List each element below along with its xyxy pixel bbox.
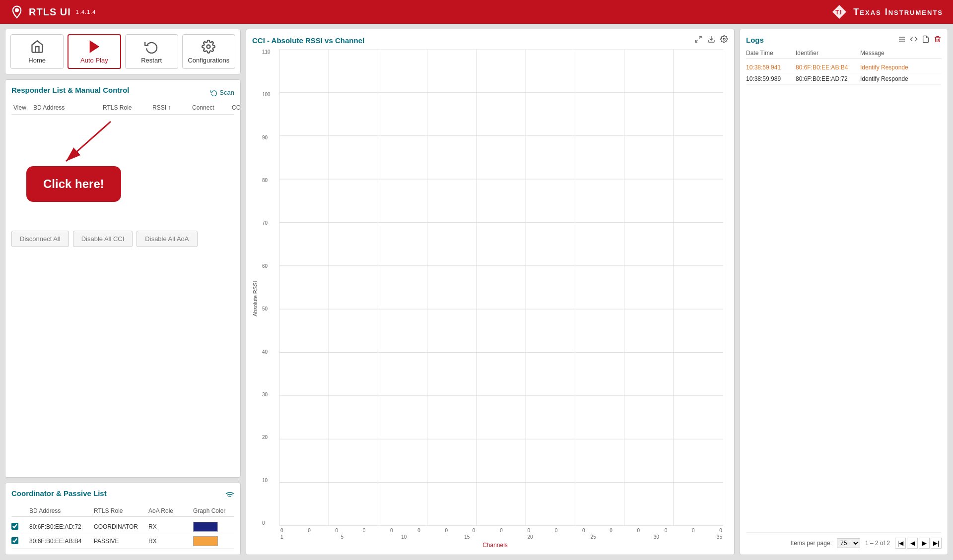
scan-icon	[210, 89, 217, 96]
coord-row-2-aoa: RX	[148, 538, 193, 545]
logs-code-icon	[910, 35, 918, 43]
logs-header: Logs	[746, 35, 942, 45]
logs-menu-icon	[898, 35, 906, 43]
responder-bottom-buttons: Disconnect All Disable All CCI Disable A…	[11, 231, 234, 247]
chart-download-button[interactable]	[707, 35, 715, 45]
first-page-button[interactable]: |◀	[895, 538, 906, 549]
coordinator-row: 80:6F:B0:EE:AD:72 COORDINATOR RX	[11, 520, 234, 534]
col-bd-address: BD Address	[31, 103, 101, 112]
click-here-area: Click here!	[11, 117, 234, 226]
coord-row-2-color	[193, 536, 218, 546]
coord-row-1-color	[193, 522, 218, 532]
coord-row-2-checkbox[interactable]	[11, 537, 18, 544]
svg-point-10	[723, 38, 725, 40]
chart-icons	[694, 35, 728, 45]
prev-page-button[interactable]: ◀	[907, 538, 918, 549]
log-col-identifier: Identifier	[796, 50, 860, 57]
svg-marker-2	[90, 41, 98, 52]
coordinator-panel-header: Coordinator & Passive List	[11, 489, 234, 502]
chart-header: CCI - Absolute RSSI vs Channel	[252, 35, 728, 45]
left-panel: Home Auto Play Restart Co	[5, 29, 241, 555]
home-icon	[30, 40, 44, 54]
chart-gear-icon	[720, 35, 728, 43]
expand-icon	[694, 35, 702, 43]
autoplay-button[interactable]: Auto Play	[68, 34, 121, 69]
autoplay-button-label: Auto Play	[80, 57, 108, 64]
coordinator-wifi-icon	[225, 491, 234, 499]
chart-settings-button[interactable]	[720, 35, 728, 45]
next-page-button[interactable]: ▶	[919, 538, 930, 549]
svg-line-7	[699, 36, 701, 39]
last-page-button[interactable]: ▶|	[931, 538, 942, 549]
page-info: 1 – 2 of 2	[865, 540, 890, 547]
svg-line-8	[695, 40, 698, 42]
configurations-button-label: Configurations	[188, 57, 229, 64]
coord-row-1-aoa: RX	[148, 523, 193, 530]
log-col-datetime: Date Time	[746, 50, 796, 57]
coordinator-settings-button[interactable]	[225, 491, 234, 501]
responder-panel-title: Responder List & Manual Control	[11, 86, 130, 94]
coord-row-1-rtls: COORDINATOR	[94, 523, 148, 530]
restart-button[interactable]: Restart	[125, 34, 178, 69]
coordinator-table-header: BD Address RTLS Role AoA Role Graph Colo…	[11, 507, 234, 517]
log-row-1-datetime: 10:38:59:941	[746, 64, 796, 71]
location-icon	[10, 5, 24, 19]
log-row-2-datetime: 10:38:59:989	[746, 75, 796, 82]
x-axis-title: Channels	[262, 542, 728, 549]
home-button-label: Home	[28, 57, 46, 64]
coord-col-aoa: AoA Role	[148, 507, 193, 514]
col-cci: CCI	[230, 103, 241, 112]
svg-point-0	[15, 9, 18, 12]
logs-code-button[interactable]	[910, 35, 918, 45]
logs-clear-button[interactable]	[934, 35, 942, 45]
coord-row-2-rtls: PASSIVE	[94, 538, 148, 545]
svg-text:TI: TI	[835, 9, 843, 16]
chart-grid	[279, 49, 723, 526]
home-button[interactable]: Home	[10, 34, 64, 69]
coord-row-1-checkbox[interactable]	[11, 523, 18, 530]
coordinator-panel-title: Coordinator & Passive List	[11, 489, 107, 498]
items-per-page-select[interactable]: 75 25 50 100	[837, 538, 860, 548]
logs-file-button[interactable]	[922, 35, 930, 45]
download-icon	[707, 35, 715, 43]
items-per-page-label: Items per page:	[791, 540, 832, 547]
restart-button-label: Restart	[141, 57, 162, 64]
chart-expand-button[interactable]	[694, 35, 702, 45]
x-axis-container: 00000 00000 00000 00 15101520253035	[279, 526, 723, 541]
log-row: 10:38:59:989 80:6F:B0:EE:AD:72 Identify …	[746, 73, 942, 85]
app-title: RTLS UI	[29, 6, 71, 18]
app-header: RTLS UI 1.4.1.4 TI Texas Instruments	[0, 0, 953, 24]
configurations-button[interactable]: Configurations	[182, 34, 235, 69]
coord-row-1-bd: 80:6F:B0:EE:AD:72	[29, 523, 94, 530]
brand-logo-group: TI Texas Instruments	[830, 3, 943, 21]
app-version: 1.4.1.4	[76, 9, 96, 15]
responder-panel: Responder List & Manual Control Scan Vie…	[5, 79, 241, 478]
svg-point-3	[207, 45, 210, 48]
coord-col-color: Graph Color	[193, 507, 243, 514]
ti-logo-icon: TI	[830, 3, 848, 21]
y-axis-label: Absolute RSSI	[252, 49, 262, 549]
logs-menu-button[interactable]	[898, 35, 906, 45]
scan-button-label: Scan	[219, 89, 234, 96]
chart-plot-area: 110 100 90 80 70 60 50 40 30 20 10 0	[279, 49, 723, 526]
log-row-1-identifier: 80:6F:B0:EE:AB:B4	[796, 64, 860, 71]
responder-panel-header: Responder List & Manual Control Scan	[11, 86, 234, 99]
logs-clear-icon	[934, 35, 942, 43]
log-row-2-identifier: 80:6F:B0:EE:AD:72	[796, 75, 860, 82]
logs-icons	[898, 35, 942, 45]
app-title-group: RTLS UI 1.4.1.4	[10, 5, 96, 19]
play-icon	[87, 40, 101, 54]
scan-button[interactable]: Scan	[210, 89, 234, 96]
logs-table-header: Date Time Identifier Message	[746, 50, 942, 59]
page-navigation: |◀ ◀ ▶ ▶|	[895, 538, 942, 549]
col-view: View	[11, 103, 31, 112]
restart-icon	[144, 40, 158, 54]
log-row: 10:38:59:941 80:6F:B0:EE:AB:B4 Identify …	[746, 62, 942, 73]
coordinator-row: 80:6F:B0:EE:AB:B4 PASSIVE RX	[11, 534, 234, 549]
disable-cci-button[interactable]: Disable All CCI	[73, 231, 133, 247]
disconnect-all-button[interactable]: Disconnect All	[11, 231, 69, 247]
col-rtls-role: RTLS Role	[101, 103, 150, 112]
disable-aoa-button[interactable]: Disable All AoA	[136, 231, 197, 247]
logs-panel: Logs	[740, 29, 948, 555]
logs-title: Logs	[746, 36, 764, 44]
